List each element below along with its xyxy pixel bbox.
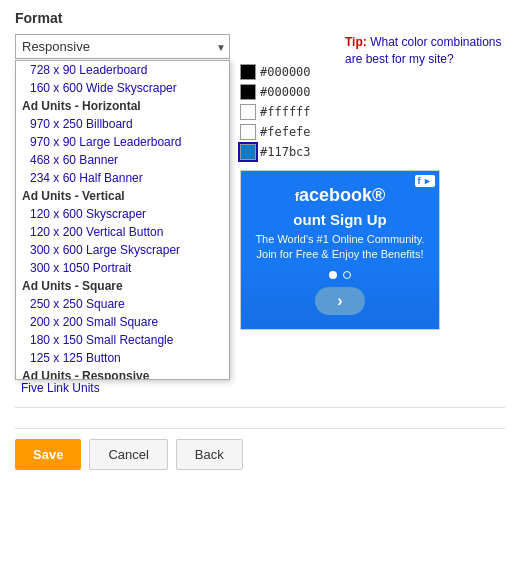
color-row-5: #117bc3 [240, 144, 505, 160]
color-swatch-3[interactable] [240, 104, 256, 120]
tip-text: Tip: What color combinations are best fo… [345, 34, 505, 68]
group-header-square: Ad Units - Square [16, 277, 229, 295]
group-header-vertical: Ad Units - Vertical [16, 187, 229, 205]
ad-next-icon: › [337, 292, 342, 310]
color-swatch-1[interactable] [240, 64, 256, 80]
color-swatch-5[interactable] [240, 144, 256, 160]
left-col: Responsive ▼ 728 x 90 Leaderboard 160 x … [15, 34, 230, 397]
main-layout: Responsive ▼ 728 x 90 Leaderboard 160 x … [15, 34, 505, 397]
list-item[interactable]: 728 x 90 Leaderboard [16, 61, 229, 79]
color-row-3: #ffffff [240, 104, 505, 120]
color-value-5: #117bc3 [260, 145, 311, 159]
bottom-buttons: Save Cancel Back [15, 428, 505, 470]
back-button[interactable]: Back [176, 439, 243, 470]
cancel-button[interactable]: Cancel [89, 439, 167, 470]
ad-dots [329, 271, 351, 279]
format-dropdown-container[interactable]: Responsive ▼ 728 x 90 Leaderboard 160 x … [15, 34, 230, 59]
ad-banner: f ► facebook® ount Sign Up The World's #… [240, 170, 440, 330]
list-item[interactable]: 970 x 250 Billboard [16, 115, 229, 133]
ad-fb-badge: f ► [415, 175, 435, 187]
list-item[interactable]: 120 x 600 Skyscraper [16, 205, 229, 223]
dropdown-list[interactable]: 728 x 90 Leaderboard 160 x 600 Wide Skys… [15, 60, 230, 380]
group-header-horizontal: Ad Units - Horizontal [16, 97, 229, 115]
ad-next-button[interactable]: › [315, 287, 365, 315]
color-row-4: #fefefe [240, 124, 505, 140]
list-item[interactable]: 120 x 200 Vertical Button [16, 223, 229, 241]
list-item[interactable]: 180 x 150 Small Rectangle [16, 331, 229, 349]
ad-banner-wrapper: f ► facebook® ount Sign Up The World's #… [240, 170, 505, 330]
color-swatch-4[interactable] [240, 124, 256, 140]
color-value-3: #ffffff [260, 105, 311, 119]
list-item[interactable]: 468 x 60 Banner [16, 151, 229, 169]
ad-dot-1 [329, 271, 337, 279]
color-row-2: #000000 [240, 84, 505, 100]
format-select[interactable]: Responsive [15, 34, 230, 59]
ad-title: facebook® [295, 185, 386, 207]
list-item[interactable]: 125 x 125 Button [16, 349, 229, 367]
color-swatch-2[interactable] [240, 84, 256, 100]
list-item[interactable]: 970 x 90 Large Leaderboard [16, 133, 229, 151]
five-link-units[interactable]: Five Link Units [15, 379, 230, 397]
list-item[interactable]: 250 x 250 Square [16, 295, 229, 313]
color-value-2: #000000 [260, 85, 311, 99]
list-item[interactable]: 200 x 200 Small Square [16, 313, 229, 331]
ad-dot-2 [343, 271, 351, 279]
list-item[interactable]: 160 x 600 Wide Skyscraper [16, 79, 229, 97]
page-container: Format Responsive ▼ 728 x 90 Leaderboard… [0, 0, 520, 480]
tip-description[interactable]: What color combinations are best for my … [345, 35, 502, 66]
color-pickers: #000000 #000000 #ffffff #fefefe #117bc3 [240, 64, 505, 160]
right-col: Tip: What color combinations are best fo… [240, 34, 505, 397]
tip-label: Tip: [345, 35, 367, 49]
ad-body: The World's #1 Online Community. Join fo… [251, 232, 429, 263]
list-item[interactable]: 300 x 1050 Portrait [16, 259, 229, 277]
ad-content: f ► facebook® ount Sign Up The World's #… [241, 171, 439, 329]
section-title: Format [15, 10, 505, 26]
group-header-responsive: Ad Units - Responsive [16, 367, 229, 380]
list-item[interactable]: 300 x 600 Large Skyscraper [16, 241, 229, 259]
color-value-1: #000000 [260, 65, 311, 79]
color-value-4: #fefefe [260, 125, 311, 139]
ad-signup-title: ount Sign Up [293, 211, 386, 228]
list-item[interactable]: 234 x 60 Half Banner [16, 169, 229, 187]
divider [15, 407, 505, 408]
save-button[interactable]: Save [15, 439, 81, 470]
